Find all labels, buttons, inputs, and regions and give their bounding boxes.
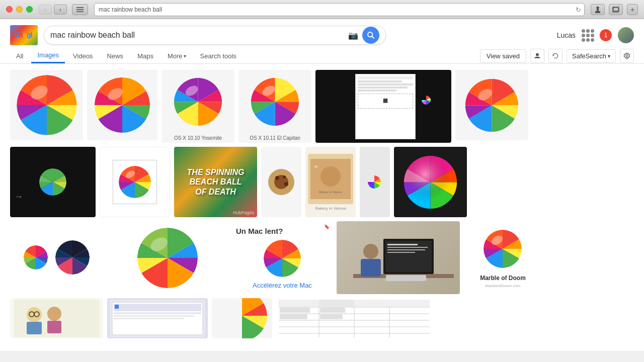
image-label: OS X 10.11 El Capitan <box>238 135 311 141</box>
safe-search-chevron-icon: ▾ <box>608 53 610 59</box>
list-item[interactable]: → <box>10 147 96 217</box>
svg-rect-52 <box>387 249 425 250</box>
list-item[interactable]: 🔖 Un Mac lent? Accélérez vot <box>232 221 333 294</box>
search-input[interactable]: mac rainbow beach ball <box>50 31 348 40</box>
svg-point-36 <box>320 166 341 187</box>
tab-maps[interactable]: Maps <box>131 49 159 63</box>
svg-rect-86 <box>319 300 354 307</box>
tab-all[interactable]: All <box>10 49 29 63</box>
forward-button[interactable]: › <box>54 5 67 15</box>
svg-rect-69 <box>114 304 201 311</box>
list-item[interactable] <box>212 298 272 338</box>
new-tab-icon-button[interactable] <box>609 4 623 15</box>
view-saved-button[interactable]: View saved <box>480 49 526 63</box>
new-tab-button[interactable]: + <box>627 4 638 15</box>
apps-icon[interactable] <box>582 29 594 41</box>
search-button[interactable] <box>362 27 379 44</box>
svg-rect-90 <box>320 314 343 319</box>
list-item[interactable] <box>10 221 103 294</box>
list-item[interactable]: Marble of Doom MarbleofDoom.com <box>464 221 542 294</box>
maximize-button[interactable] <box>26 6 33 13</box>
svg-rect-3 <box>595 11 600 13</box>
svg-text:Bakery in Vienna: Bakery in Vienna <box>319 191 342 194</box>
tab-images[interactable]: Images <box>31 48 65 63</box>
tab-news[interactable]: News <box>101 49 130 63</box>
title-bar: ‹ › mac rainbow beach ball ↻ + <box>0 0 644 19</box>
minimize-button[interactable] <box>16 6 23 13</box>
address-bar[interactable]: mac rainbow beach ball ↻ <box>94 3 585 16</box>
svg-rect-72 <box>114 315 194 317</box>
tab-search-tools[interactable]: Search tools <box>194 49 243 63</box>
image-label: OS X 10.10 Yosemite <box>162 135 234 141</box>
svg-point-41 <box>404 155 457 208</box>
nav-tabs: All Images Videos News Maps More ▾ Searc… <box>0 45 644 64</box>
svg-rect-63 <box>47 321 61 333</box>
svg-rect-62 <box>27 322 42 334</box>
search-box[interactable]: mac rainbow beach ball 📷 <box>44 26 386 45</box>
svg-rect-0 <box>76 7 84 8</box>
image-row-1: OS X 10.10 Yosemite <box>10 70 634 143</box>
list-item[interactable] <box>10 70 83 140</box>
address-bar-container: mac rainbow beach ball ↻ <box>94 3 585 16</box>
svg-rect-71 <box>114 312 201 314</box>
image-row-3: 🔖 Un Mac lent? Accélérez vot <box>10 221 634 294</box>
list-item[interactable] <box>337 221 460 294</box>
svg-point-32 <box>275 176 279 180</box>
tab-videos[interactable]: Videos <box>67 49 99 63</box>
svg-rect-73 <box>114 318 184 319</box>
list-item[interactable] <box>276 298 432 338</box>
list-item[interactable] <box>10 298 103 338</box>
safe-search-button[interactable]: SafeSearch ▾ <box>567 49 616 63</box>
accelerez-link[interactable]: Accélérez votre Mac <box>253 282 312 289</box>
svg-text:o: o <box>23 31 27 39</box>
svg-rect-49 <box>385 241 432 272</box>
list-item[interactable] <box>87 70 157 140</box>
svg-text:l: l <box>30 31 32 39</box>
user-avatar[interactable] <box>618 27 634 43</box>
svg-rect-56 <box>361 259 381 277</box>
list-item[interactable] <box>261 147 301 217</box>
svg-rect-53 <box>387 252 415 253</box>
list-item[interactable]: ⬛ <box>315 70 451 143</box>
list-item[interactable]: . <box>360 147 390 217</box>
svg-rect-1 <box>76 9 84 10</box>
tab-view-button[interactable] <box>72 4 88 15</box>
svg-text:o: o <box>19 31 23 39</box>
small-label: . <box>382 180 383 184</box>
account-icon[interactable] <box>530 49 544 63</box>
header-right: Lucas 1 <box>557 27 634 43</box>
svg-rect-2 <box>76 11 84 12</box>
tab-more[interactable]: More ▾ <box>162 49 192 63</box>
list-item[interactable]: Bakery in Vienna H Bakery in Vienna <box>305 147 356 217</box>
svg-rect-88 <box>320 308 345 313</box>
list-item[interactable] <box>107 298 208 338</box>
list-item[interactable]: THE SPINNINGBEACH BALLOF DEATH HubPages <box>174 147 257 217</box>
image-grid: OS X 10.10 Yosemite <box>0 64 644 351</box>
bakery-label: Bakery in Vienna <box>315 206 346 211</box>
marble-of-doom-label: Marble of Doom <box>480 275 526 282</box>
marble-sublabel: MarbleofDoom.com <box>486 284 521 288</box>
list-item[interactable]: OS X 10.10 Yosemite <box>162 70 234 143</box>
list-item[interactable] <box>107 221 228 294</box>
svg-rect-70 <box>115 305 119 309</box>
address-text: mac rainbow beach ball <box>99 6 162 13</box>
notification-badge[interactable]: 1 <box>600 29 612 41</box>
feedback-icon[interactable] <box>548 49 562 63</box>
user-name: Lucas <box>557 31 576 39</box>
reload-button[interactable]: ↻ <box>576 6 581 13</box>
list-item[interactable]: OS X 10.11 El Capitan <box>238 70 311 143</box>
more-chevron-icon: ▾ <box>184 53 186 59</box>
list-item[interactable] <box>100 147 170 217</box>
nav-buttons: ‹ › <box>39 5 67 15</box>
svg-point-34 <box>284 182 288 186</box>
svg-point-61 <box>47 307 61 321</box>
back-button[interactable]: ‹ <box>39 5 52 15</box>
list-item[interactable] <box>394 147 467 217</box>
google-logo: G o o g l <box>10 25 38 45</box>
share-button[interactable] <box>591 4 605 15</box>
svg-line-12 <box>372 36 374 39</box>
camera-icon[interactable]: 📷 <box>348 31 358 40</box>
close-button[interactable] <box>6 6 13 13</box>
list-item[interactable] <box>455 70 528 140</box>
settings-icon[interactable] <box>620 49 634 63</box>
